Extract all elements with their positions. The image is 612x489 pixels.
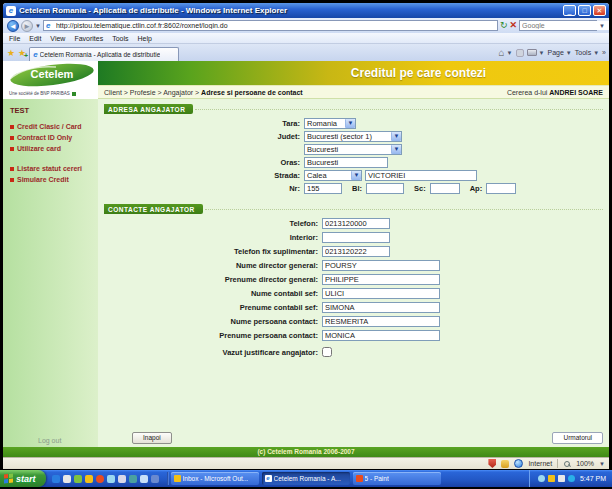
favorites-star-icon[interactable]: ★ <box>7 48 15 58</box>
cetelem-logo: Cetelem Une société de BNP PARIBAS <box>3 61 98 99</box>
inapoi-button[interactable]: Inapoi <box>132 432 172 444</box>
dropdown-arrow-icon: ▼ <box>351 171 361 180</box>
bnp-square-icon <box>72 92 76 96</box>
nume-director-input[interactable] <box>322 260 440 271</box>
sidebar-item-credit-clasic[interactable]: Credit Clasic / Card <box>10 123 98 131</box>
start-button[interactable]: start <box>0 470 46 487</box>
stop-icon[interactable]: ✕ <box>510 20 518 31</box>
maximize-button[interactable]: □ <box>578 5 591 16</box>
tray-icon[interactable] <box>548 475 555 482</box>
zoom-dropdown-icon[interactable]: ▼ <box>599 461 605 467</box>
sidebar-item-contract-id[interactable]: Contract ID Only <box>10 134 98 142</box>
interior-label: Interior: <box>104 233 322 242</box>
prenume-director-input[interactable] <box>322 274 440 285</box>
tab-cetelem[interactable]: e Cetelem Romania - Aplicatia de distrib… <box>29 47 179 61</box>
nume-contabil-input[interactable] <box>322 288 440 299</box>
tools-menu-button[interactable]: Tools▼ <box>575 49 599 56</box>
quick-launch-icon[interactable] <box>63 475 71 483</box>
taskbar-item-ie[interactable]: e Cetelem Romania - A... <box>262 472 350 485</box>
feeds-button[interactable] <box>516 49 524 57</box>
menu-view[interactable]: View <box>50 35 65 42</box>
ap-label: Ap: <box>460 184 487 193</box>
taskbar-item-paint[interactable]: 5 - Paint <box>353 472 441 485</box>
history-dropdown-icon[interactable]: ▼ <box>35 23 41 29</box>
tara-select[interactable]: Romania▼ <box>304 118 356 129</box>
menu-tools[interactable]: Tools <box>112 35 128 42</box>
tab-favicon-icon: e <box>33 50 37 59</box>
judet-select[interactable]: Bucuresti (sector 1)▼ <box>304 131 402 142</box>
bullet-icon <box>10 125 14 129</box>
home-button[interactable]: ⌂▼ <box>499 47 513 58</box>
refresh-icon[interactable]: ↻ <box>500 20 508 31</box>
menu-favorites[interactable]: Favorites <box>74 35 103 42</box>
tray-icon[interactable] <box>568 475 575 482</box>
ap-input[interactable] <box>486 183 516 194</box>
quick-launch-icon[interactable] <box>74 475 82 483</box>
forward-button[interactable]: ► <box>21 20 33 32</box>
print-button[interactable]: ▼ <box>527 49 545 56</box>
prenume-contabil-label: Prenume contabil sef: <box>104 303 322 312</box>
taskbar-item-outlook[interactable]: Inbox - Microsoft Out... <box>171 472 259 485</box>
prenume-persoana-input[interactable] <box>322 330 440 341</box>
strada-label: Strada: <box>104 171 304 180</box>
quick-launch-icon[interactable] <box>151 475 159 483</box>
tray-icon[interactable] <box>558 475 565 482</box>
search-dropdown-icon[interactable]: ▼ <box>599 23 605 29</box>
toolbar-overflow-icon[interactable]: » <box>602 49 605 56</box>
minimize-button[interactable]: _ <box>563 5 576 16</box>
quick-launch-icon[interactable] <box>129 475 137 483</box>
vazut-justificare-checkbox[interactable] <box>322 347 332 357</box>
nume-persoana-input[interactable] <box>322 316 440 327</box>
vazut-justificare-label: Vazut justificare angajator: <box>104 348 322 357</box>
strada-input[interactable] <box>365 170 477 181</box>
quick-launch-icon[interactable] <box>107 475 115 483</box>
page-menu-button[interactable]: Page▼ <box>547 49 571 56</box>
search-input[interactable] <box>522 21 609 30</box>
copyright-bar: (c) Cetelem Romania 2006-2007 <box>3 447 609 457</box>
menu-file[interactable]: File <box>9 35 20 42</box>
quick-launch-icon[interactable] <box>52 475 60 483</box>
dropdown-arrow-icon: ▼ <box>391 132 401 141</box>
tab-bar: ★ ★ e Cetelem Romania - Aplicatia de dis… <box>3 44 609 61</box>
strada-type-select[interactable]: Calea▼ <box>304 170 362 181</box>
telefon-input[interactable] <box>322 218 390 229</box>
logout-link[interactable]: Log out <box>10 437 98 444</box>
zoom-icon <box>563 460 571 468</box>
add-favorite-icon[interactable]: ★ <box>18 48 26 58</box>
quick-launch-icon[interactable] <box>96 475 104 483</box>
telefon-fix-input[interactable] <box>322 246 390 257</box>
prenume-contabil-input[interactable] <box>322 302 440 313</box>
menu-edit[interactable]: Edit <box>29 35 41 42</box>
slogan-text: Creditul pe care contezi <box>351 66 486 80</box>
menu-help[interactable]: Help <box>138 35 152 42</box>
sidebar-item-listare-statut[interactable]: Listare statut cereri <box>10 165 98 173</box>
nr-input[interactable] <box>304 183 342 194</box>
judet-city-select[interactable]: Bucuresti▼ <box>304 144 402 155</box>
interior-input[interactable] <box>322 232 390 243</box>
back-button[interactable]: ◄ <box>7 20 19 32</box>
sidebar-item-utilizare-card[interactable]: Utilizare card <box>10 145 98 153</box>
zoom-level[interactable]: 100% <box>576 460 594 467</box>
sc-input[interactable] <box>430 183 460 194</box>
oras-input[interactable] <box>304 157 388 168</box>
quick-launch <box>46 475 165 483</box>
url-field[interactable]: e <box>43 20 498 31</box>
search-box[interactable] <box>519 20 597 31</box>
quick-launch-icon[interactable] <box>140 475 148 483</box>
url-input[interactable] <box>56 21 495 30</box>
zone-label: Internet <box>528 460 552 467</box>
urmatorul-button[interactable]: Urmatorul <box>552 432 603 444</box>
bl-input[interactable] <box>366 183 404 194</box>
clock[interactable]: 5:47 PM <box>580 475 606 482</box>
logo-tagline: Une société de BNP PARIBAS <box>9 91 76 96</box>
cetelem-logo-swoosh: Cetelem <box>6 63 94 87</box>
menu-bar: File Edit View Favorites Tools Help <box>3 33 609 44</box>
web-page: Cetelem Une société de BNP PARIBAS Credi… <box>3 61 609 457</box>
tray-icon[interactable] <box>538 475 545 482</box>
close-button[interactable]: ✕ <box>593 5 606 16</box>
outlook-icon <box>174 475 181 482</box>
quick-launch-icon[interactable] <box>118 475 126 483</box>
sidebar-item-simulare-credit[interactable]: Simulare Credit <box>10 176 98 184</box>
quick-launch-icon[interactable] <box>85 475 93 483</box>
nume-contabil-label: Nume contabil sef: <box>104 289 322 298</box>
